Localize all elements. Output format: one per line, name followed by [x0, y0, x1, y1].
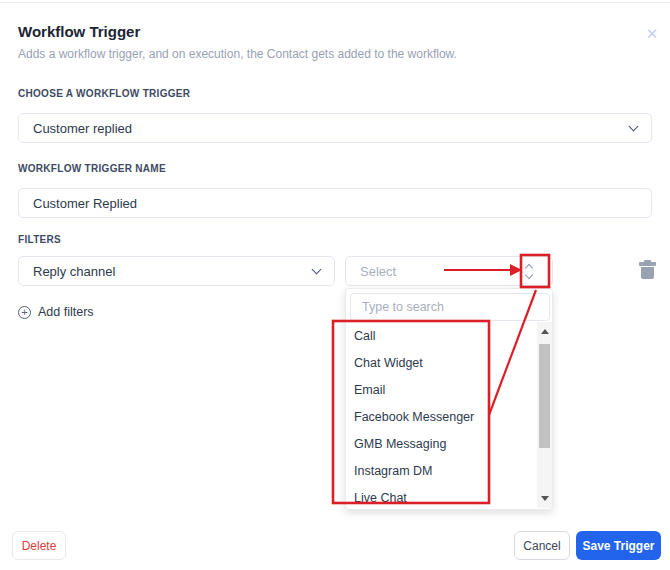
list-item[interactable]: Facebook Messenger: [346, 403, 537, 430]
list-item[interactable]: GMB Messaging: [346, 430, 537, 457]
chevron-down-icon: [629, 122, 639, 132]
page-title: Workflow Trigger: [18, 23, 140, 40]
select-spinner-icon: [526, 265, 532, 278]
add-filters-button[interactable]: + Add filters: [18, 305, 94, 319]
list-item[interactable]: Call: [346, 322, 537, 349]
close-icon[interactable]: ✕: [642, 24, 662, 44]
delete-button[interactable]: Delete: [12, 531, 66, 560]
list-item[interactable]: Instagram DM: [346, 457, 537, 484]
save-trigger-button[interactable]: Save Trigger: [576, 531, 661, 560]
add-filters-label: Add filters: [38, 305, 94, 319]
filter-value-placeholder: Select: [360, 264, 526, 279]
plus-circle-icon: +: [18, 306, 31, 319]
filter-field-value: Reply channel: [33, 264, 313, 279]
scroll-down-icon[interactable]: [541, 496, 549, 501]
filter-value-select[interactable]: Select: [345, 256, 553, 286]
scrollbar-thumb[interactable]: [539, 344, 550, 448]
scroll-up-icon[interactable]: [541, 329, 549, 334]
search-input[interactable]: [350, 293, 550, 321]
trigger-name-input[interactable]: [18, 188, 652, 218]
channel-dropdown-panel: CallChat WidgetEmailFacebook MessengerGM…: [345, 288, 553, 510]
scrollbar[interactable]: [537, 322, 552, 508]
option-list: CallChat WidgetEmailFacebook MessengerGM…: [346, 322, 537, 509]
name-input-label: WORKFLOW TRIGGER NAME: [18, 163, 166, 174]
filter-field-select[interactable]: Reply channel: [18, 256, 335, 286]
list-item[interactable]: Email: [346, 376, 537, 403]
trigger-select-label: CHOOSE A WORKFLOW TRIGGER: [18, 88, 190, 99]
top-divider: [0, 2, 670, 3]
cancel-button[interactable]: Cancel: [514, 531, 570, 560]
trigger-select-value: Customer replied: [33, 121, 630, 136]
trigger-select[interactable]: Customer replied: [18, 113, 652, 143]
list-item[interactable]: Live Chat: [346, 484, 537, 509]
trash-icon[interactable]: [639, 260, 656, 280]
chevron-down-icon: [312, 265, 322, 275]
workflow-trigger-modal: Workflow Trigger ✕ Adds a workflow trigg…: [0, 0, 670, 570]
list-item[interactable]: Chat Widget: [346, 349, 537, 376]
filters-label: FILTERS: [18, 234, 61, 245]
modal-subtitle: Adds a workflow trigger, and on executio…: [18, 47, 457, 61]
